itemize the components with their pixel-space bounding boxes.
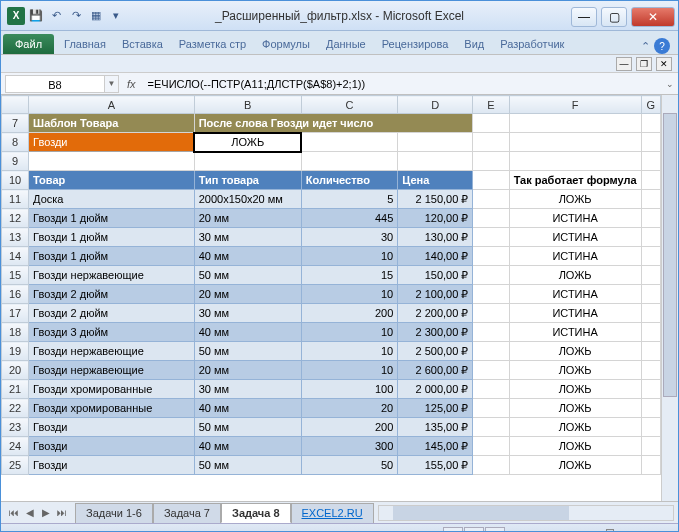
cell-C12[interactable]: 445 <box>301 209 397 228</box>
excel-icon[interactable]: X <box>7 7 25 25</box>
name-box-dropdown-icon[interactable]: ▼ <box>105 75 119 93</box>
cell-C17[interactable]: 200 <box>301 304 397 323</box>
cell-F16[interactable]: ИСТИНА <box>509 285 641 304</box>
cell-A22[interactable]: Гвозди хромированные <box>29 399 195 418</box>
cell-A20[interactable]: Гвозди нержавеющие <box>29 361 195 380</box>
cell-G7[interactable] <box>641 114 660 133</box>
cell-B8-selected[interactable]: ЛОЖЬ <box>194 133 301 152</box>
cell-B11[interactable]: 2000х150х20 мм <box>194 190 301 209</box>
view-page-layout-icon[interactable]: ▤ <box>464 527 484 533</box>
doc-close-button[interactable]: ✕ <box>656 57 672 71</box>
cell-F15[interactable]: ЛОЖЬ <box>509 266 641 285</box>
col-header-F[interactable]: F <box>509 96 641 114</box>
doc-minimize-button[interactable]: — <box>616 57 632 71</box>
tab-nav-first-icon[interactable]: ⏮ <box>7 507 21 518</box>
cell-A16[interactable]: Гвозди 2 дюйм <box>29 285 195 304</box>
cell-F25[interactable]: ЛОЖЬ <box>509 456 641 475</box>
ribbon-tab-1[interactable]: Вставка <box>114 34 171 54</box>
cell-F23[interactable]: ЛОЖЬ <box>509 418 641 437</box>
ribbon-tab-4[interactable]: Данные <box>318 34 374 54</box>
col-header-C[interactable]: C <box>301 96 397 114</box>
cell-F11[interactable]: ЛОЖЬ <box>509 190 641 209</box>
cell-C18[interactable]: 10 <box>301 323 397 342</box>
cell-B21[interactable]: 30 мм <box>194 380 301 399</box>
cell-D18[interactable]: 2 300,00 ₽ <box>398 323 473 342</box>
sheet-tab-3[interactable]: EXCEL2.RU <box>291 503 374 523</box>
minimize-button[interactable]: — <box>571 7 597 27</box>
cell-A19[interactable]: Гвозди нержавеющие <box>29 342 195 361</box>
cell-A7[interactable]: Шаблон Товара <box>29 114 195 133</box>
spreadsheet-grid[interactable]: A B C D E F G 7 Шаблон Товара После слов… <box>1 95 661 475</box>
cell-F24[interactable]: ЛОЖЬ <box>509 437 641 456</box>
cell-D19[interactable]: 2 500,00 ₽ <box>398 342 473 361</box>
hscroll-thumb[interactable] <box>393 506 570 520</box>
save-icon[interactable]: 💾 <box>27 7 45 25</box>
cell-F12[interactable]: ИСТИНА <box>509 209 641 228</box>
cell-B25[interactable]: 50 мм <box>194 456 301 475</box>
maximize-button[interactable]: ▢ <box>601 7 627 27</box>
cell-B23[interactable]: 50 мм <box>194 418 301 437</box>
vscroll-thumb[interactable] <box>663 113 677 397</box>
cell-B14[interactable]: 40 мм <box>194 247 301 266</box>
cell-D23[interactable]: 135,00 ₽ <box>398 418 473 437</box>
ribbon-tab-6[interactable]: Вид <box>456 34 492 54</box>
sheet-tab-1[interactable]: Задача 7 <box>153 503 221 523</box>
cell-B22[interactable]: 40 мм <box>194 399 301 418</box>
cell-C19[interactable]: 10 <box>301 342 397 361</box>
zoom-level[interactable]: 100% <box>511 529 539 533</box>
ribbon-tab-2[interactable]: Разметка стр <box>171 34 254 54</box>
cell-B17[interactable]: 30 мм <box>194 304 301 323</box>
cell-F17[interactable]: ИСТИНА <box>509 304 641 323</box>
tab-nav-next-icon[interactable]: ▶ <box>39 507 53 518</box>
cell-A12[interactable]: Гвозди 1 дюйм <box>29 209 195 228</box>
ribbon-tab-3[interactable]: Формулы <box>254 34 318 54</box>
col-header-B[interactable]: B <box>194 96 301 114</box>
cell-F7[interactable] <box>509 114 641 133</box>
redo-icon[interactable]: ↷ <box>67 7 85 25</box>
cell-D17[interactable]: 2 200,00 ₽ <box>398 304 473 323</box>
cell-C22[interactable]: 20 <box>301 399 397 418</box>
doc-restore-button[interactable]: ❐ <box>636 57 652 71</box>
tab-nav-last-icon[interactable]: ⏭ <box>55 507 69 518</box>
cell-A24[interactable]: Гвозди <box>29 437 195 456</box>
cell-B18[interactable]: 40 мм <box>194 323 301 342</box>
zoom-thumb[interactable] <box>606 529 614 533</box>
cell-D25[interactable]: 155,00 ₽ <box>398 456 473 475</box>
file-tab[interactable]: Файл <box>3 34 54 54</box>
col-header-A[interactable]: A <box>29 96 195 114</box>
cell-B16[interactable]: 20 мм <box>194 285 301 304</box>
cell-D12[interactable]: 120,00 ₽ <box>398 209 473 228</box>
cell-C24[interactable]: 300 <box>301 437 397 456</box>
cell-B20[interactable]: 20 мм <box>194 361 301 380</box>
cell-D16[interactable]: 2 100,00 ₽ <box>398 285 473 304</box>
formula-input[interactable] <box>144 75 662 93</box>
cell-C23[interactable]: 200 <box>301 418 397 437</box>
cell-D10[interactable]: Цена <box>398 171 473 190</box>
cell-A13[interactable]: Гвозди 1 дюйм <box>29 228 195 247</box>
print-preview-icon[interactable]: ▦ <box>87 7 105 25</box>
zoom-in-icon[interactable]: + <box>664 529 670 533</box>
select-all-corner[interactable] <box>2 96 29 114</box>
cell-B24[interactable]: 40 мм <box>194 437 301 456</box>
cell-D24[interactable]: 145,00 ₽ <box>398 437 473 456</box>
ribbon-minimize-icon[interactable]: ⌃ <box>641 40 650 53</box>
col-header-D[interactable]: D <box>398 96 473 114</box>
cell-B15[interactable]: 50 мм <box>194 266 301 285</box>
cell-B10[interactable]: Тип товара <box>194 171 301 190</box>
help-icon[interactable]: ? <box>654 38 670 54</box>
fx-label[interactable]: fx <box>127 78 136 90</box>
cell-C13[interactable]: 30 <box>301 228 397 247</box>
view-normal-icon[interactable]: ▦ <box>443 527 463 533</box>
cell-C10[interactable]: Количество <box>301 171 397 190</box>
cell-C21[interactable]: 100 <box>301 380 397 399</box>
cell-A8[interactable]: Гвозди <box>29 133 195 152</box>
col-header-E[interactable]: E <box>473 96 509 114</box>
formula-bar-expand-icon[interactable]: ⌄ <box>662 79 678 89</box>
cell-D22[interactable]: 125,00 ₽ <box>398 399 473 418</box>
ribbon-tab-0[interactable]: Главная <box>56 34 114 54</box>
cell-A21[interactable]: Гвозди хромированные <box>29 380 195 399</box>
horizontal-scrollbar[interactable] <box>378 505 674 521</box>
cell-C14[interactable]: 10 <box>301 247 397 266</box>
cell-A10[interactable]: Товар <box>29 171 195 190</box>
name-box[interactable]: B8 <box>5 75 105 93</box>
